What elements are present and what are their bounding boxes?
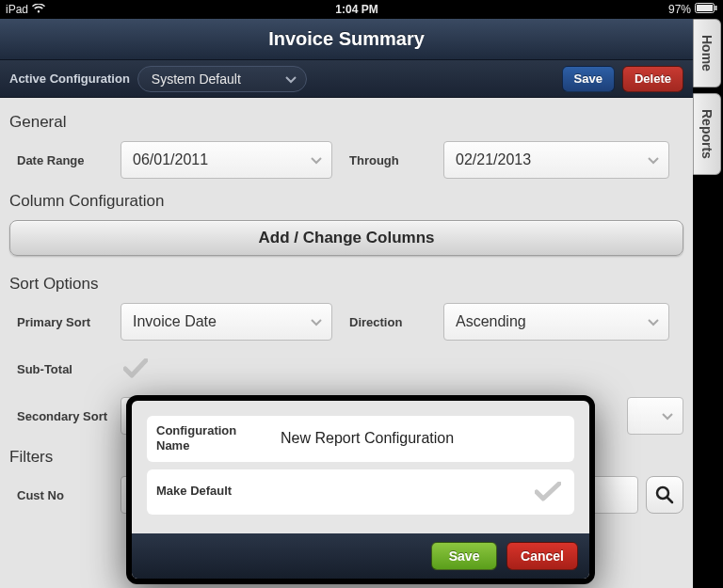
through-label: Through xyxy=(349,153,443,167)
cust-no-search-button[interactable] xyxy=(646,476,683,514)
config-name-label: Configuration Name xyxy=(147,416,269,462)
save-config-modal: Configuration Name New Report Configurat… xyxy=(126,395,595,584)
modal-cancel-button[interactable]: Cancel xyxy=(506,542,578,570)
date-from-select[interactable]: 06/01/2011 xyxy=(120,141,332,179)
make-default-checkbox[interactable] xyxy=(269,469,574,515)
add-change-columns-button[interactable]: Add / Change Columns xyxy=(9,220,683,256)
tab-reports[interactable]: Reports xyxy=(693,93,721,175)
chevron-down-icon xyxy=(648,151,659,168)
battery-icon xyxy=(695,3,717,16)
config-bar: Active Configuration System Default Save… xyxy=(0,60,693,98)
status-bar: iPad 1:04 PM 97% xyxy=(0,0,723,19)
date-to-value: 02/21/2013 xyxy=(456,151,531,168)
check-icon xyxy=(535,482,561,502)
config-name-input[interactable]: New Report Configuration xyxy=(269,416,574,462)
chevron-down-icon xyxy=(285,72,297,87)
wifi-icon xyxy=(32,3,45,16)
date-range-label: Date Range xyxy=(17,153,120,167)
config-name-value: New Report Configuration xyxy=(281,430,454,447)
chevron-down-icon xyxy=(662,407,673,424)
header-save-button[interactable]: Save xyxy=(562,66,615,92)
secondary-extra-select[interactable] xyxy=(627,397,683,435)
search-icon xyxy=(655,485,674,504)
cust-no-label: Cust No xyxy=(17,488,120,502)
modal-save-button[interactable]: Save xyxy=(431,542,497,570)
chevron-down-icon xyxy=(648,313,659,330)
direction-value: Ascending xyxy=(456,313,526,330)
primary-sort-value: Invoice Date xyxy=(133,313,217,330)
date-to-select[interactable]: 02/21/2013 xyxy=(443,141,669,179)
header-delete-button[interactable]: Delete xyxy=(622,66,683,92)
check-icon xyxy=(123,358,148,379)
subtotal-label: Sub-Total xyxy=(17,362,120,376)
active-config-label: Active Configuration xyxy=(9,72,130,86)
modal-row-default: Make Default xyxy=(147,469,574,515)
date-from-value: 06/01/2011 xyxy=(133,151,208,168)
status-time: 1:04 PM xyxy=(45,3,668,16)
active-config-value: System Default xyxy=(152,72,241,87)
section-column-config: Column Configuration xyxy=(9,192,683,211)
svg-line-4 xyxy=(667,498,672,502)
primary-sort-label: Primary Sort xyxy=(17,315,120,329)
section-sort-options: Sort Options xyxy=(9,275,683,294)
active-config-select[interactable]: System Default xyxy=(137,66,307,92)
section-general: General xyxy=(9,113,683,132)
chevron-down-icon xyxy=(311,313,322,330)
primary-sort-select[interactable]: Invoice Date xyxy=(120,303,332,341)
page-title: Invoice Summary xyxy=(0,19,693,60)
svg-rect-1 xyxy=(697,5,713,11)
battery-pct: 97% xyxy=(668,3,691,16)
secondary-sort-label: Secondary Sort xyxy=(17,409,120,423)
side-tabs: Home Reports xyxy=(693,19,723,588)
modal-row-name: Configuration Name New Report Configurat… xyxy=(147,416,574,462)
modal-footer: Save Cancel xyxy=(132,533,589,579)
tab-home[interactable]: Home xyxy=(693,19,721,87)
make-default-label: Make Default xyxy=(147,469,269,515)
subtotal-checkbox[interactable] xyxy=(120,354,151,384)
direction-label: Direction xyxy=(349,315,443,329)
device-label: iPad xyxy=(6,3,28,16)
svg-rect-2 xyxy=(715,6,717,10)
direction-select[interactable]: Ascending xyxy=(443,303,669,341)
chevron-down-icon xyxy=(311,151,322,168)
